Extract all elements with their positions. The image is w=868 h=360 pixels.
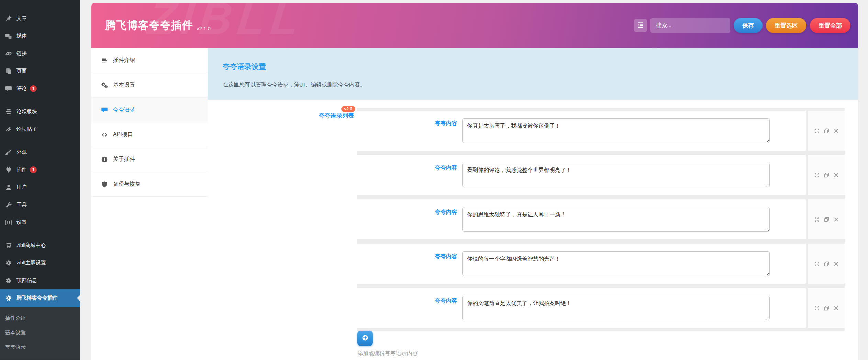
quote-row-actions xyxy=(808,288,845,328)
quote-textarea[interactable]: 你的文笔简直是太优美了，让我拍案叫绝！ xyxy=(462,296,770,320)
sidebar-item-posts[interactable]: 文章 xyxy=(0,10,80,27)
forum-blocks-icon xyxy=(5,108,12,115)
sidebar-item-zibll-store[interactable]: zibll商城中心 xyxy=(0,237,80,254)
submenu-item-basic-settings[interactable]: 基本设置 xyxy=(0,325,80,340)
version-label: v2.1.0 xyxy=(197,25,211,31)
remove-icon[interactable] xyxy=(833,172,839,178)
plus-circle-icon xyxy=(361,334,369,343)
quote-row-actions xyxy=(808,111,845,151)
duplicate-icon[interactable] xyxy=(824,172,830,178)
pages-icon xyxy=(5,68,12,75)
quote-label: 夸夸内容 xyxy=(357,288,457,328)
fullscreen-icon[interactable] xyxy=(814,128,820,134)
sliders-icon xyxy=(5,219,12,226)
sidebar-item-forum-posts[interactable]: 论坛帖子 xyxy=(0,120,80,138)
section-banner: 夸夸语录设置 在这里您可以管理夸夸语录，添加、编辑或删除夸夸内容。 xyxy=(208,48,858,100)
tab-plugin-intro[interactable]: 插件介绍 xyxy=(91,48,208,73)
section-description: 在这里您可以管理夸夸语录，添加、编辑或删除夸夸内容。 xyxy=(223,81,366,88)
remove-icon[interactable] xyxy=(833,305,839,311)
quote-row: 夸夸内容 你的文笔简直是太优美了，让我拍案叫绝！ xyxy=(357,288,845,328)
quote-row-actions xyxy=(808,199,845,239)
tab-backup-restore[interactable]: 备份与恢复 xyxy=(91,172,208,197)
remove-icon[interactable] xyxy=(833,128,839,134)
add-hint: 添加或编辑夸夸语录内容 xyxy=(357,350,418,357)
tab-quotes[interactable]: 夸夸语录 xyxy=(91,98,208,122)
fullscreen-icon[interactable] xyxy=(814,305,820,311)
search-input[interactable] xyxy=(650,18,730,33)
list-version-badge: v2.0 xyxy=(341,106,355,112)
admin-sidebar: 文章 媒体 链接 页面 评论 1 论坛版块 论坛帖子 外观 xyxy=(0,0,80,360)
sidebar-item-tools[interactable]: 工具 xyxy=(0,196,80,214)
quote-textarea[interactable]: 你的思维太独特了，真是让人耳目一新！ xyxy=(462,207,770,232)
quote-label: 夸夸内容 xyxy=(357,111,457,151)
plugin-header: ZIBLL 腾飞博客夸夸插件 v2.1.0 保存 重置选区 重置全部 xyxy=(91,3,858,48)
save-button[interactable]: 保存 xyxy=(734,18,763,33)
sidebar-item-zibll-theme[interactable]: zibll主题设置 xyxy=(0,254,80,272)
shield-icon xyxy=(101,181,108,188)
sidebar-item-links[interactable]: 链接 xyxy=(0,45,80,62)
tools-icon xyxy=(5,201,12,208)
sidebar-item-settings[interactable]: 设置 xyxy=(0,214,80,231)
quote-textarea[interactable]: 看到你的评论，我感觉整个世界都明亮了！ xyxy=(462,163,770,187)
reset-all-button[interactable]: 重置全部 xyxy=(810,18,850,33)
count-badge: 1 xyxy=(30,166,37,173)
pin-icon xyxy=(5,15,12,22)
duplicate-icon[interactable] xyxy=(824,305,830,311)
remove-icon[interactable] xyxy=(833,217,839,222)
cogs-icon xyxy=(101,82,108,89)
quotes-list: 夸夸内容 你真是太厉害了，我都要被你迷倒了！ 夸夸内容 看到你的评论，我感觉整个… xyxy=(357,108,845,331)
code-icon xyxy=(101,131,108,138)
tab-api[interactable]: API接口 xyxy=(91,122,208,147)
users-icon xyxy=(5,184,12,191)
sidebar-item-comments[interactable]: 评论 1 xyxy=(0,80,80,97)
page-title: 腾飞博客夸夸插件 xyxy=(105,18,193,33)
duplicate-icon[interactable] xyxy=(824,261,830,267)
quote-label: 夸夸内容 xyxy=(357,199,457,239)
quote-row-main: 夸夸内容 你真是太厉害了，我都要被你迷倒了！ xyxy=(357,111,806,151)
list-label-wrap: v2.0 夸夸语录列表 xyxy=(208,106,354,120)
quote-row-main: 夸夸内容 你的文笔简直是太优美了，让我拍案叫绝！ xyxy=(357,288,806,328)
quote-label: 夸夸内容 xyxy=(357,155,457,195)
sidebar-item-pages[interactable]: 页面 xyxy=(0,62,80,80)
settings-tabs: 插件介绍 基本设置 夸夸语录 API接口 关于插件 备份与恢复 xyxy=(91,48,208,360)
sidebar-item-media[interactable]: 媒体 xyxy=(0,27,80,45)
media-icon xyxy=(5,33,12,40)
remove-icon[interactable] xyxy=(833,261,839,267)
tab-about-plugin[interactable]: 关于插件 xyxy=(91,147,208,172)
coffee-icon xyxy=(101,57,108,64)
quotes-content: v2.0 夸夸语录列表 夸夸内容 你真是太厉害了，我都要被你迷倒了！ 夸夸内容 … xyxy=(208,100,858,360)
plugin-frame: ZIBLL 腾飞博客夸夸插件 v2.1.0 保存 重置选区 重置全部 插件介绍 … xyxy=(91,3,858,360)
sidebar-item-users[interactable]: 用户 xyxy=(0,178,80,196)
duplicate-icon[interactable] xyxy=(824,217,830,222)
gear-icon xyxy=(5,277,12,284)
quote-textarea[interactable]: 你真是太厉害了，我都要被你迷倒了！ xyxy=(462,118,770,143)
collapse-list-button[interactable] xyxy=(634,19,647,32)
sidebar-item-plugins[interactable]: 插件 1 xyxy=(0,161,80,178)
tab-basic-settings[interactable]: 基本设置 xyxy=(91,73,208,98)
forum-posts-icon xyxy=(5,126,12,133)
quote-row-actions xyxy=(808,155,845,195)
add-quote-button[interactable] xyxy=(357,331,373,346)
gear-icon xyxy=(5,295,12,302)
sidebar-item-top-info[interactable]: 顶部信息 xyxy=(0,272,80,289)
duplicate-icon[interactable] xyxy=(824,128,830,134)
sidebar-item-appearance[interactable]: 外观 xyxy=(0,143,80,161)
sidebar-item-tengfei-plugin[interactable]: 腾飞博客夸夸插件 xyxy=(0,289,80,307)
link-icon xyxy=(5,50,12,57)
quote-row-main: 夸夸内容 你说的每一个字都闪烁着智慧的光芒！ xyxy=(357,244,806,284)
sidebar-item-forum-sections[interactable]: 论坛版块 xyxy=(0,103,80,120)
quote-row-actions xyxy=(808,244,845,284)
submenu-item-plugin-intro[interactable]: 插件介绍 xyxy=(0,311,80,325)
info-icon xyxy=(101,156,108,163)
quote-row-main: 夸夸内容 你的思维太独特了，真是让人耳目一新！ xyxy=(357,199,806,239)
plugin-icon xyxy=(5,166,12,173)
fullscreen-icon[interactable] xyxy=(814,172,820,178)
fullscreen-icon[interactable] xyxy=(814,261,820,267)
submenu-item-quotes[interactable]: 夸夸语录 xyxy=(0,340,80,354)
appearance-icon xyxy=(5,149,12,156)
quote-textarea[interactable]: 你说的每一个字都闪烁着智慧的光芒！ xyxy=(462,251,770,276)
fullscreen-icon[interactable] xyxy=(814,217,820,222)
reset-selection-button[interactable]: 重置选区 xyxy=(766,18,806,33)
active-arrow-icon xyxy=(77,295,80,301)
section-title: 夸夸语录设置 xyxy=(223,62,266,72)
